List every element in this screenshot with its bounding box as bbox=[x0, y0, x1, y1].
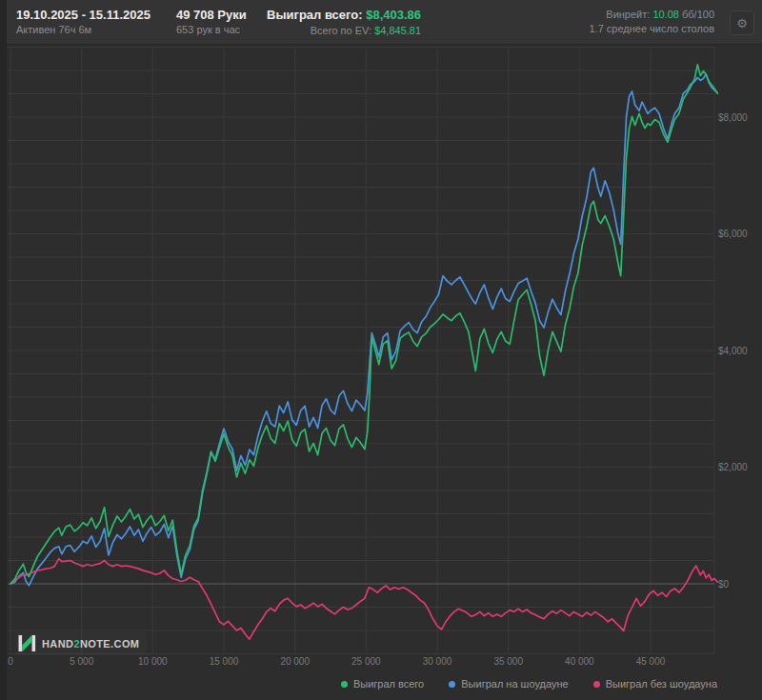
won-total-value: $8,403.86 bbox=[366, 8, 421, 22]
ev-total-label: Всего по EV: bbox=[311, 25, 371, 36]
hand2note-logo-text: HAND2NOTE.COM bbox=[42, 638, 139, 650]
hand2note-logo: HAND2NOTE.COM bbox=[15, 631, 147, 655]
hands-count: 49 708 Руки bbox=[176, 7, 247, 23]
svg-text:35 000: 35 000 bbox=[493, 656, 523, 667]
hands-per-hour: 653 рук в час bbox=[176, 23, 247, 37]
ev-total-value: $4,845.81 bbox=[374, 25, 421, 36]
pink-series-dot-icon bbox=[593, 681, 600, 688]
svg-text:10 000: 10 000 bbox=[138, 656, 168, 667]
hand2note-results-window: $0$2,000$4,000$6,000$8,00005 00010 00015… bbox=[0, 0, 762, 700]
date-range-block: 19.10.2025 - 15.11.2025 Активен 76ч 6м bbox=[16, 7, 150, 37]
green-series-dot-icon bbox=[341, 681, 348, 688]
legend-item-won-total: Выиграл всего bbox=[341, 678, 424, 690]
stats-header: 19.10.2025 - 15.11.2025 Активен 76ч 6м 4… bbox=[7, 0, 762, 45]
winrate-label: Винрейт: bbox=[606, 9, 650, 20]
active-duration: Активен 76ч 6м bbox=[16, 23, 150, 37]
won-total-block: Выиграл всего: $8,403.86 Всего по EV: $4… bbox=[267, 7, 421, 38]
settings-button[interactable]: ⚙ bbox=[730, 10, 754, 35]
blue-series-dot-icon bbox=[449, 681, 455, 688]
svg-text:5 000: 5 000 bbox=[70, 656, 93, 667]
legend-item-won-non-showdown: Выиграл без шоудауна bbox=[593, 678, 717, 690]
date-range: 19.10.2025 - 15.11.2025 bbox=[16, 7, 150, 23]
won-total-label: Выиграл всего: bbox=[267, 8, 363, 22]
svg-text:15 000: 15 000 bbox=[210, 656, 239, 667]
svg-text:40 000: 40 000 bbox=[565, 656, 594, 667]
svg-text:$0: $0 bbox=[718, 579, 730, 590]
svg-text:$2,000: $2,000 bbox=[718, 462, 748, 472]
winrate-block: Винрейт: 10.08 бб/100 1.7 среднее число … bbox=[589, 8, 714, 36]
chart-legend: Выиграл всего Выиграл на шоудауне Выигра… bbox=[341, 678, 717, 690]
svg-text:$8,000: $8,000 bbox=[718, 112, 748, 123]
svg-text:0: 0 bbox=[8, 656, 13, 667]
gear-icon: ⚙ bbox=[736, 16, 748, 30]
svg-text:25 000: 25 000 bbox=[351, 656, 381, 667]
svg-text:20 000: 20 000 bbox=[280, 656, 310, 667]
winrate-value: 10.08 bbox=[652, 9, 679, 20]
svg-text:$4,000: $4,000 bbox=[718, 346, 748, 356]
svg-text:$6,000: $6,000 bbox=[718, 229, 748, 239]
winrate-unit: бб/100 bbox=[682, 9, 714, 20]
svg-text:45 000: 45 000 bbox=[636, 656, 666, 667]
winnings-graph[interactable]: $0$2,000$4,000$6,000$8,00005 00010 00015… bbox=[0, 0, 762, 700]
hands-block: 49 708 Руки 653 рук в час bbox=[176, 7, 247, 37]
legend-item-won-showdown: Выиграл на шоудауне bbox=[449, 678, 568, 690]
avg-tables: 1.7 среднее число столов bbox=[589, 22, 714, 36]
hand2note-logo-icon bbox=[18, 633, 36, 653]
svg-text:30 000: 30 000 bbox=[423, 656, 452, 667]
